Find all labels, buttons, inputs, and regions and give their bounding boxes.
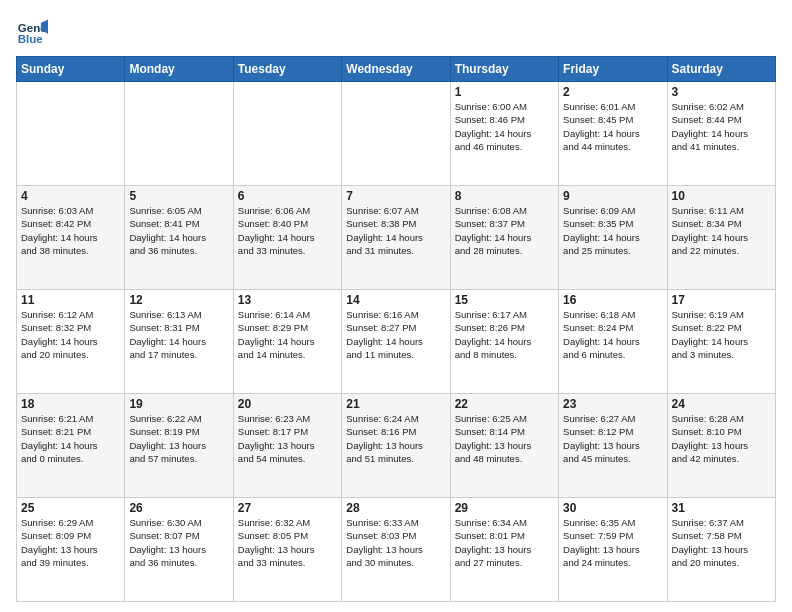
day-number: 22	[455, 397, 554, 411]
calendar-cell: 26Sunrise: 6:30 AM Sunset: 8:07 PM Dayli…	[125, 498, 233, 602]
day-info: Sunrise: 6:09 AM Sunset: 8:35 PM Dayligh…	[563, 204, 662, 257]
weekday-header-wednesday: Wednesday	[342, 57, 450, 82]
day-info: Sunrise: 6:33 AM Sunset: 8:03 PM Dayligh…	[346, 516, 445, 569]
day-number: 15	[455, 293, 554, 307]
calendar-cell: 12Sunrise: 6:13 AM Sunset: 8:31 PM Dayli…	[125, 290, 233, 394]
day-info: Sunrise: 6:21 AM Sunset: 8:21 PM Dayligh…	[21, 412, 120, 465]
day-info: Sunrise: 6:34 AM Sunset: 8:01 PM Dayligh…	[455, 516, 554, 569]
day-info: Sunrise: 6:32 AM Sunset: 8:05 PM Dayligh…	[238, 516, 337, 569]
day-info: Sunrise: 6:24 AM Sunset: 8:16 PM Dayligh…	[346, 412, 445, 465]
day-info: Sunrise: 6:05 AM Sunset: 8:41 PM Dayligh…	[129, 204, 228, 257]
day-number: 2	[563, 85, 662, 99]
calendar-cell: 30Sunrise: 6:35 AM Sunset: 7:59 PM Dayli…	[559, 498, 667, 602]
weekday-header-tuesday: Tuesday	[233, 57, 341, 82]
calendar-cell: 5Sunrise: 6:05 AM Sunset: 8:41 PM Daylig…	[125, 186, 233, 290]
weekday-header-saturday: Saturday	[667, 57, 775, 82]
calendar-cell	[233, 82, 341, 186]
calendar-week-2: 4Sunrise: 6:03 AM Sunset: 8:42 PM Daylig…	[17, 186, 776, 290]
day-number: 19	[129, 397, 228, 411]
calendar-cell: 15Sunrise: 6:17 AM Sunset: 8:26 PM Dayli…	[450, 290, 558, 394]
day-number: 16	[563, 293, 662, 307]
day-number: 7	[346, 189, 445, 203]
day-info: Sunrise: 6:01 AM Sunset: 8:45 PM Dayligh…	[563, 100, 662, 153]
day-info: Sunrise: 6:35 AM Sunset: 7:59 PM Dayligh…	[563, 516, 662, 569]
calendar-week-1: 1Sunrise: 6:00 AM Sunset: 8:46 PM Daylig…	[17, 82, 776, 186]
day-number: 12	[129, 293, 228, 307]
logo: General Blue	[16, 16, 48, 48]
day-info: Sunrise: 6:29 AM Sunset: 8:09 PM Dayligh…	[21, 516, 120, 569]
calendar-cell: 25Sunrise: 6:29 AM Sunset: 8:09 PM Dayli…	[17, 498, 125, 602]
day-number: 30	[563, 501, 662, 515]
calendar-cell: 10Sunrise: 6:11 AM Sunset: 8:34 PM Dayli…	[667, 186, 775, 290]
day-number: 24	[672, 397, 771, 411]
calendar-table: SundayMondayTuesdayWednesdayThursdayFrid…	[16, 56, 776, 602]
day-info: Sunrise: 6:18 AM Sunset: 8:24 PM Dayligh…	[563, 308, 662, 361]
weekday-header-sunday: Sunday	[17, 57, 125, 82]
calendar-week-5: 25Sunrise: 6:29 AM Sunset: 8:09 PM Dayli…	[17, 498, 776, 602]
weekday-header-friday: Friday	[559, 57, 667, 82]
day-number: 31	[672, 501, 771, 515]
day-number: 13	[238, 293, 337, 307]
calendar-cell: 19Sunrise: 6:22 AM Sunset: 8:19 PM Dayli…	[125, 394, 233, 498]
day-info: Sunrise: 6:27 AM Sunset: 8:12 PM Dayligh…	[563, 412, 662, 465]
day-info: Sunrise: 6:25 AM Sunset: 8:14 PM Dayligh…	[455, 412, 554, 465]
day-number: 4	[21, 189, 120, 203]
day-number: 11	[21, 293, 120, 307]
calendar-cell: 14Sunrise: 6:16 AM Sunset: 8:27 PM Dayli…	[342, 290, 450, 394]
day-number: 5	[129, 189, 228, 203]
calendar-cell: 6Sunrise: 6:06 AM Sunset: 8:40 PM Daylig…	[233, 186, 341, 290]
day-info: Sunrise: 6:16 AM Sunset: 8:27 PM Dayligh…	[346, 308, 445, 361]
calendar-cell	[125, 82, 233, 186]
calendar-week-4: 18Sunrise: 6:21 AM Sunset: 8:21 PM Dayli…	[17, 394, 776, 498]
calendar-cell: 29Sunrise: 6:34 AM Sunset: 8:01 PM Dayli…	[450, 498, 558, 602]
calendar-cell: 20Sunrise: 6:23 AM Sunset: 8:17 PM Dayli…	[233, 394, 341, 498]
calendar-cell: 13Sunrise: 6:14 AM Sunset: 8:29 PM Dayli…	[233, 290, 341, 394]
calendar-cell: 8Sunrise: 6:08 AM Sunset: 8:37 PM Daylig…	[450, 186, 558, 290]
calendar-cell: 18Sunrise: 6:21 AM Sunset: 8:21 PM Dayli…	[17, 394, 125, 498]
day-number: 17	[672, 293, 771, 307]
day-number: 21	[346, 397, 445, 411]
calendar-cell: 22Sunrise: 6:25 AM Sunset: 8:14 PM Dayli…	[450, 394, 558, 498]
day-info: Sunrise: 6:00 AM Sunset: 8:46 PM Dayligh…	[455, 100, 554, 153]
day-info: Sunrise: 6:07 AM Sunset: 8:38 PM Dayligh…	[346, 204, 445, 257]
day-info: Sunrise: 6:17 AM Sunset: 8:26 PM Dayligh…	[455, 308, 554, 361]
day-number: 18	[21, 397, 120, 411]
day-info: Sunrise: 6:13 AM Sunset: 8:31 PM Dayligh…	[129, 308, 228, 361]
calendar-cell: 24Sunrise: 6:28 AM Sunset: 8:10 PM Dayli…	[667, 394, 775, 498]
day-number: 25	[21, 501, 120, 515]
calendar-cell: 4Sunrise: 6:03 AM Sunset: 8:42 PM Daylig…	[17, 186, 125, 290]
weekday-header-thursday: Thursday	[450, 57, 558, 82]
weekday-header-monday: Monday	[125, 57, 233, 82]
calendar-week-3: 11Sunrise: 6:12 AM Sunset: 8:32 PM Dayli…	[17, 290, 776, 394]
calendar-cell: 16Sunrise: 6:18 AM Sunset: 8:24 PM Dayli…	[559, 290, 667, 394]
calendar-cell: 1Sunrise: 6:00 AM Sunset: 8:46 PM Daylig…	[450, 82, 558, 186]
day-info: Sunrise: 6:23 AM Sunset: 8:17 PM Dayligh…	[238, 412, 337, 465]
day-info: Sunrise: 6:11 AM Sunset: 8:34 PM Dayligh…	[672, 204, 771, 257]
calendar-cell: 11Sunrise: 6:12 AM Sunset: 8:32 PM Dayli…	[17, 290, 125, 394]
calendar-cell: 27Sunrise: 6:32 AM Sunset: 8:05 PM Dayli…	[233, 498, 341, 602]
calendar-cell: 23Sunrise: 6:27 AM Sunset: 8:12 PM Dayli…	[559, 394, 667, 498]
calendar-cell	[17, 82, 125, 186]
calendar-cell: 28Sunrise: 6:33 AM Sunset: 8:03 PM Dayli…	[342, 498, 450, 602]
day-number: 29	[455, 501, 554, 515]
day-info: Sunrise: 6:30 AM Sunset: 8:07 PM Dayligh…	[129, 516, 228, 569]
day-number: 26	[129, 501, 228, 515]
calendar-cell: 31Sunrise: 6:37 AM Sunset: 7:58 PM Dayli…	[667, 498, 775, 602]
day-number: 8	[455, 189, 554, 203]
day-number: 23	[563, 397, 662, 411]
calendar-cell	[342, 82, 450, 186]
svg-text:Blue: Blue	[18, 33, 44, 45]
calendar-cell: 9Sunrise: 6:09 AM Sunset: 8:35 PM Daylig…	[559, 186, 667, 290]
day-number: 1	[455, 85, 554, 99]
calendar-cell: 21Sunrise: 6:24 AM Sunset: 8:16 PM Dayli…	[342, 394, 450, 498]
day-info: Sunrise: 6:14 AM Sunset: 8:29 PM Dayligh…	[238, 308, 337, 361]
day-info: Sunrise: 6:37 AM Sunset: 7:58 PM Dayligh…	[672, 516, 771, 569]
calendar-cell: 7Sunrise: 6:07 AM Sunset: 8:38 PM Daylig…	[342, 186, 450, 290]
day-number: 6	[238, 189, 337, 203]
day-info: Sunrise: 6:03 AM Sunset: 8:42 PM Dayligh…	[21, 204, 120, 257]
calendar-cell: 2Sunrise: 6:01 AM Sunset: 8:45 PM Daylig…	[559, 82, 667, 186]
day-number: 20	[238, 397, 337, 411]
day-info: Sunrise: 6:12 AM Sunset: 8:32 PM Dayligh…	[21, 308, 120, 361]
page-header: General Blue	[16, 16, 776, 48]
logo-icon: General Blue	[16, 16, 48, 48]
